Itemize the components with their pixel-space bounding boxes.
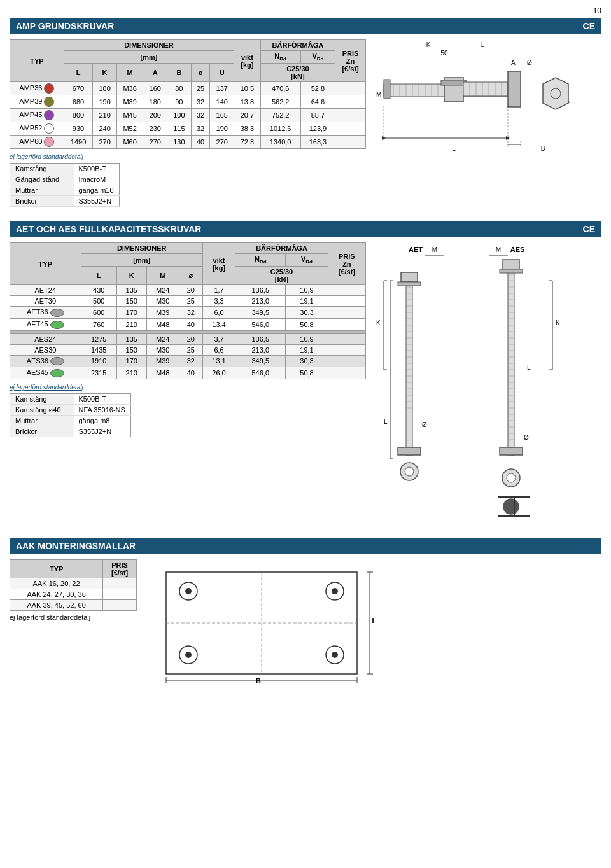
aes-nrd: 213,0 xyxy=(235,344,286,355)
aes-table-row: AES45 2315 210 M48 40 26,0 546,0 50,8 xyxy=(10,367,366,379)
aes-vikt: 3,7 xyxy=(202,333,235,344)
aet-note-link[interactable]: ej lagerförd standarddetalj xyxy=(10,384,83,391)
amp-l: 1490 xyxy=(64,136,92,149)
amp-m: M52 xyxy=(116,122,143,136)
aet-pris xyxy=(328,307,365,319)
amp-a: 270 xyxy=(143,136,167,149)
svg-text:I: I xyxy=(372,617,374,624)
aet-diagram: AET AES M M K K xyxy=(371,242,601,530)
amp-nrd: 1012,6 xyxy=(260,122,300,136)
aet-note-label: Kamstång ø40 xyxy=(10,404,74,415)
amp-phi: 32 xyxy=(191,122,210,136)
aes-nrd: 546,0 xyxy=(235,367,286,379)
aes-pris xyxy=(328,367,365,379)
amp-nrd: 470,6 xyxy=(260,82,300,95)
aet-note-row: Kamstång K500B-T xyxy=(10,393,131,404)
amp-a: 200 xyxy=(143,109,167,122)
svg-rect-78 xyxy=(398,282,421,286)
aet-table-row: AET45 760 210 M48 40 13,4 546,0 50,8 xyxy=(10,318,366,330)
svg-text:M: M xyxy=(432,246,437,253)
amp-col-a: A xyxy=(143,64,167,82)
aak-section-header: AAK MONTERINGSMALLAR xyxy=(10,538,601,554)
aes-k: 150 xyxy=(116,344,146,355)
amp-col-m: M xyxy=(116,64,143,82)
aet-k: 150 xyxy=(116,296,146,307)
amp-pris xyxy=(335,109,366,122)
amp-l: 670 xyxy=(64,82,92,95)
aet-m: M48 xyxy=(146,318,179,330)
aes-phi: 25 xyxy=(179,344,202,355)
aes-vrd: 30,3 xyxy=(286,355,328,367)
amp-m: M39 xyxy=(116,95,143,109)
aet-col-c2530: C25/30[kN] xyxy=(235,267,328,285)
svg-text:AES: AES xyxy=(510,246,525,253)
amp-note-row: Brickor S355J2+N xyxy=(10,196,120,207)
aak-col-pris: PRIS[€/st] xyxy=(103,560,137,578)
aet-phi: 40 xyxy=(179,318,202,330)
aes-l: 1275 xyxy=(81,333,116,344)
aes-pris xyxy=(328,333,365,344)
amp-note-value: gänga m10 xyxy=(74,185,120,196)
aes-l: 2315 xyxy=(81,367,116,379)
aet-vikt: 3,3 xyxy=(202,296,235,307)
amp-col-b: B xyxy=(167,64,192,82)
aes-l: 1435 xyxy=(81,344,116,355)
aet-vrd: 19,1 xyxy=(286,296,328,307)
amp-vrd: 52,8 xyxy=(300,82,335,95)
aet-col-l: L xyxy=(81,267,116,285)
amp-pris xyxy=(335,95,366,109)
amp-a: 180 xyxy=(143,95,167,109)
amp-col-dimensioner: DIMENSIONER xyxy=(64,40,234,51)
amp-note-label: Gängad stånd xyxy=(10,174,74,185)
amp-l: 930 xyxy=(64,122,92,136)
amp-pris xyxy=(335,82,366,95)
aes-k: 135 xyxy=(116,333,146,344)
aes-table-row: AES36 1910 170 M39 32 13,1 349,5 30,3 xyxy=(10,355,366,367)
aet-table-row: AET36 600 170 M39 32 6,0 349,5 30,3 xyxy=(10,307,366,319)
aes-m: M24 xyxy=(146,333,179,344)
aes-typ: AES36 xyxy=(10,355,81,367)
svg-rect-29 xyxy=(384,80,390,99)
aet-vrd: 10,9 xyxy=(286,285,328,296)
aes-table-row: AES30 1435 150 M30 25 6,6 213,0 19,1 xyxy=(10,344,366,355)
svg-rect-77 xyxy=(401,272,418,282)
aet-col-mm: [mm] xyxy=(81,254,202,267)
svg-text:M: M xyxy=(496,246,501,253)
aet-nrd: 136,5 xyxy=(235,285,286,296)
aet-col-k: K xyxy=(116,267,146,285)
amp-typ: AMP36 xyxy=(10,82,64,95)
amp-table-row: AMP36 670 180 M36 160 80 25 137 10,5 470… xyxy=(10,82,366,95)
aet-notes-section: ej lagerförd standarddetalj Kamstång K50… xyxy=(10,383,366,437)
amp-b: 115 xyxy=(167,122,192,136)
aet-note-row: Brickor S355J2+N xyxy=(10,426,131,437)
amp-nrd: 562,2 xyxy=(260,95,300,109)
aet-col-m: M xyxy=(146,267,179,285)
amp-table-row: AMP45 800 210 M45 200 100 32 165 20,7 75… xyxy=(10,109,366,122)
svg-rect-111 xyxy=(503,260,519,269)
aet-l: 600 xyxy=(81,307,116,319)
aet-col-dimensioner: DIMENSIONER xyxy=(81,243,202,254)
aak-note-link[interactable]: ej lagerförd standarddetalj xyxy=(10,613,90,621)
svg-text:K: K xyxy=(376,319,381,326)
aes-k: 210 xyxy=(116,367,146,379)
aes-pris xyxy=(328,344,365,355)
amp-vrd: 123,9 xyxy=(300,122,335,136)
aet-pris xyxy=(328,318,365,330)
svg-rect-28 xyxy=(508,71,521,107)
amp-note-link[interactable]: ej lagerförd standarddetalj xyxy=(10,153,83,160)
amp-l: 800 xyxy=(64,109,92,122)
amp-k: 210 xyxy=(93,109,117,122)
amp-k: 270 xyxy=(93,136,117,149)
aet-nrd: 546,0 xyxy=(235,318,286,330)
svg-text:Ø: Ø xyxy=(524,434,529,441)
amp-pris xyxy=(335,122,366,136)
aes-nrd: 349,5 xyxy=(235,355,286,367)
svg-text:Ø: Ø xyxy=(527,59,532,66)
aet-col-vikt: vikt[kg] xyxy=(202,243,235,285)
aet-k: 210 xyxy=(116,318,146,330)
aet-note-value: K500B-T xyxy=(74,393,131,404)
svg-point-136 xyxy=(185,652,192,658)
amp-col-vikt: vikt[kg] xyxy=(234,40,261,82)
amp-notes-section: ej lagerförd standarddetalj Kamstång K50… xyxy=(10,153,366,207)
aes-m: M48 xyxy=(146,367,179,379)
